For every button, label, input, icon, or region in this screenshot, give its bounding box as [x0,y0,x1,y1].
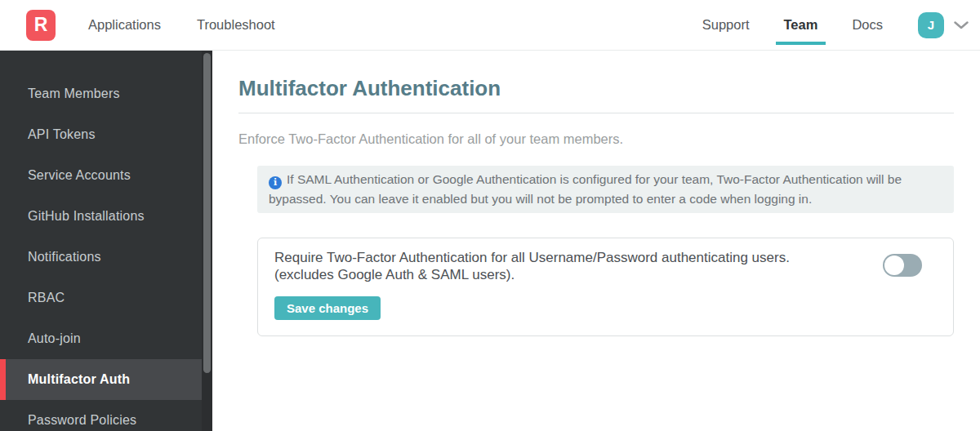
chevron-down-icon[interactable] [954,21,969,29]
avatar[interactable]: J [918,12,944,38]
page-subtitle: Enforce Two-Factor Authentication for al… [238,131,954,147]
info-icon: i [269,176,282,189]
nav-item-applications[interactable]: Applications [88,0,161,50]
sidebar-item-team-members[interactable]: Team Members [0,73,212,114]
sidebar-item-auto-join[interactable]: Auto-join [0,318,212,359]
nav-item-support[interactable]: Support [702,0,750,50]
sidebar-item-api-tokens[interactable]: API Tokens [0,114,212,155]
sidebar-item-notifications[interactable]: Notifications [0,237,212,278]
rollbar-logo[interactable]: R [26,10,56,41]
page-layout: Team Members API Tokens Service Accounts… [0,51,980,431]
sidebar-item-password-policies[interactable]: Password Policies [0,400,212,431]
two-factor-setting-label: Require Two-Factor Authentication for al… [274,249,937,283]
sidebar-item-github-installations[interactable]: GitHub Installations [0,196,212,237]
toggle-knob [884,255,904,275]
sidebar: Team Members API Tokens Service Accounts… [0,51,212,431]
setting-label-line1: Require Two-Factor Authentication for al… [274,249,839,266]
secondary-nav: Support Team Docs J [702,0,969,50]
setting-label-line2: (excludes Google Auth & SAML users). [274,266,839,283]
user-menu[interactable]: J [918,12,969,38]
save-changes-button[interactable]: Save changes [274,296,381,320]
page-title: Multifactor Authentication [238,76,954,101]
title-divider [238,113,954,113]
primary-nav: Applications Troubleshoot [88,0,275,50]
sidebar-scrollbar-thumb[interactable] [203,53,211,373]
nav-item-team[interactable]: Team [784,0,818,50]
top-navbar: R Applications Troubleshoot Support Team… [0,0,980,51]
sidebar-item-multifactor-auth[interactable]: Multifactor Auth [0,359,212,400]
main-content: Multifactor Authentication Enforce Two-F… [212,51,980,431]
nav-item-troubleshoot[interactable]: Troubleshoot [197,0,275,50]
sidebar-item-rbac[interactable]: RBAC [0,278,212,318]
sidebar-item-service-accounts[interactable]: Service Accounts [0,155,212,196]
two-factor-setting-card: Require Two-Factor Authentication for al… [257,238,954,336]
sidebar-scrollbar-track [202,51,212,431]
two-factor-toggle[interactable] [883,254,922,277]
info-banner: iIf SAML Authentication or Google Authen… [257,166,954,213]
nav-item-docs[interactable]: Docs [852,0,883,50]
info-banner-text: If SAML Authentication or Google Authent… [269,172,902,206]
